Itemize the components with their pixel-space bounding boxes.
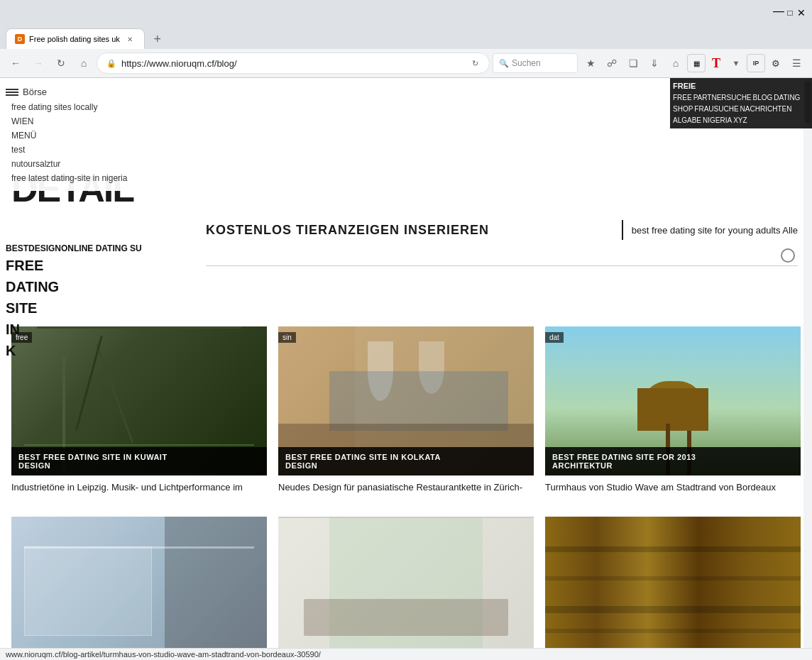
card-treehouse: dat BEST FREE DATING SITE FOR 2013 ARCHI…: [545, 326, 801, 500]
in-line: IN: [6, 319, 200, 340]
overlay-nachrichten-link[interactable]: NACHRICHTEN: [740, 104, 792, 114]
url-text: https://www.nioruqm.cf/blog/: [121, 58, 465, 69]
in-text: IN: [0, 319, 206, 340]
extensions-area: ▦ T ▼ IP ⚙: [687, 54, 785, 72]
puzzle-ext-button[interactable]: ⚙: [767, 54, 785, 72]
browser-tabs: D Free polish dating sites uk ✕ +: [0, 26, 812, 49]
top-right-overlay: FREIE FREE PARTNERSUCHE BLOG DATING SHOP…: [670, 78, 812, 128]
card3-label-overlay: BEST FREE DATING SITE FOR 2013 ARCHITEKT…: [545, 447, 801, 475]
browser-search-box[interactable]: 🔍 Suchen: [493, 53, 578, 73]
card1-body: Industrietöne in Leipzig. Musik- und Lic…: [11, 475, 267, 500]
hamburger-icon[interactable]: [6, 89, 18, 96]
search-circle-icon: [781, 248, 795, 263]
browser-toolbar: ← → ↻ ⌂ 🔒 https://www.nioruqm.cf/blog/ ↻…: [0, 49, 812, 77]
nutoursalztur-link[interactable]: nutoursalztur: [0, 157, 213, 171]
main-content-area: free BEST FREE DATING SITE IN KUWAIT DES…: [0, 326, 812, 660]
tab-close-button[interactable]: ✕: [124, 33, 136, 45]
card1-label-top: BEST FREE DATING SITE IN KUWAIT: [18, 453, 260, 461]
pocket-button[interactable]: ❏: [623, 53, 643, 73]
back-button[interactable]: ←: [6, 53, 26, 73]
menu-link[interactable]: MENÜ: [0, 128, 213, 143]
bestdesign-line: BESTDESIGNONLINE DATING SU: [6, 243, 142, 253]
qr-ext-button[interactable]: ▦: [687, 54, 706, 72]
card-office: [278, 517, 534, 660]
left-banner-overlay: BESTDESIGNONLINE DATING SU FREE DATING S…: [0, 241, 206, 361]
header-divider: [622, 220, 623, 240]
cards-row-2: [11, 517, 801, 660]
page-search-input[interactable]: [206, 249, 781, 263]
tab-favicon: D: [15, 34, 25, 44]
overlay-shop-link[interactable]: SHOP: [673, 104, 693, 114]
toolbar-right: ★ ☍ ❏ ⇓ ⌂ ▦ T ▼ IP ⚙ ☰: [581, 53, 806, 73]
free-text: FREE: [0, 255, 206, 276]
dating-text: DATING: [0, 276, 206, 297]
card3-title: Turmhaus von Studio Wave am Stadtrand vo…: [545, 481, 801, 494]
dating-line: DATING: [6, 276, 200, 297]
active-tab[interactable]: D Free polish dating sites uk ✕: [6, 28, 145, 49]
card3-body: Turmhaus von Studio Wave am Stadtrand vo…: [545, 475, 801, 500]
t-ext-button[interactable]: T: [707, 54, 725, 72]
ip-ext-button[interactable]: IP: [747, 54, 765, 72]
address-bar[interactable]: 🔒 https://www.nioruqm.cf/blog/ ↻: [97, 53, 490, 74]
card-treehouse-image: dat BEST FREE DATING SITE FOR 2013 ARCHI…: [545, 326, 801, 475]
bookmark-button[interactable]: ★: [581, 53, 600, 73]
menu-button[interactable]: ☰: [786, 53, 806, 73]
overlay-partnersuche-link[interactable]: PARTNERSUCHE: [693, 93, 752, 103]
home-button[interactable]: ⌂: [74, 53, 94, 73]
overlay-nigeria-link[interactable]: NIGERIA: [703, 116, 732, 126]
site-line: SITE: [6, 297, 200, 319]
left-overlay-nav: Börse free dating sites locally WIEN MEN…: [0, 78, 213, 191]
close-button[interactable]: ✕: [796, 8, 806, 18]
forward-button[interactable]: →: [28, 53, 48, 73]
search-icon: 🔍: [499, 59, 509, 68]
card2-category: sin: [278, 332, 296, 343]
card2-label-bottom: DESIGN: [285, 461, 527, 470]
overlay-frausuche-link[interactable]: FRAUSUCHE: [694, 104, 738, 114]
ext-dropdown-button[interactable]: ▼: [727, 54, 745, 72]
maximize-button[interactable]: □: [785, 8, 795, 18]
card-wood-image: [545, 517, 801, 660]
kostenlos-title: KOSTENLOS TIERANZEIGEN INSERIEREN: [206, 223, 613, 238]
browser-chrome: — □ ✕ D Free polish dating sites uk ✕ + …: [0, 0, 812, 78]
home2-button[interactable]: ⌂: [666, 53, 686, 73]
card2-label-overlay: BEST FREE DATING SITE IN KOLKATA DESIGN: [278, 447, 534, 475]
overlay-free-link[interactable]: FREE: [673, 93, 692, 103]
card2-title: Neudes Design für panasiatische Restaura…: [278, 481, 534, 494]
card-building-image: [11, 517, 267, 660]
card-wood: [545, 517, 801, 660]
bestdesign-text: BESTDESIGNONLINE DATING SU: [0, 241, 206, 255]
readinglist-button[interactable]: ☍: [602, 53, 622, 73]
status-bar: www.nioruqm.cf/blog-artikel/turmhaus-von…: [0, 648, 812, 660]
new-tab-button[interactable]: +: [148, 29, 168, 49]
overlay-dating-link[interactable]: DATING: [774, 93, 800, 103]
card2-body: Neudes Design für panasiatische Restaura…: [278, 475, 534, 500]
test-link[interactable]: test: [0, 143, 213, 157]
card3-label-top: BEST FREE DATING SITE FOR 2013: [552, 453, 794, 461]
overlay-header: FREIE: [673, 81, 809, 92]
card1-title: Industrietöne in Leipzig. Musik- und Lic…: [11, 481, 267, 494]
overlay-xyz-link[interactable]: XYZ: [733, 116, 747, 126]
card1-label-overlay: BEST FREE DATING SITE IN KUWAIT DESIGN: [11, 447, 267, 475]
free-dating-nigeria-link[interactable]: free latest dating-site in nigeria: [0, 171, 213, 185]
card-restaurant: sin BEST FREE DATING SITE IN KOLKATA DES…: [278, 326, 534, 500]
overlay-links: FREE PARTNERSUCHE BLOG DATING SHOP FRAUS…: [673, 93, 809, 126]
refresh-button[interactable]: ↻: [51, 53, 71, 73]
card2-label-top: BEST FREE DATING SITE IN KOLKATA: [285, 453, 527, 461]
page-search-area: [206, 248, 798, 266]
minimize-button[interactable]: —: [774, 8, 784, 18]
browser-titlebar: — □ ✕: [0, 0, 812, 26]
download-button[interactable]: ⇓: [644, 53, 664, 73]
page-content: FREIE FREE PARTNERSUCHE BLOG DATING SHOP…: [0, 78, 812, 660]
site-text: SITE: [0, 297, 206, 319]
free-dating-local-link[interactable]: free dating sites locally: [0, 100, 213, 114]
refresh-small-icon: ↻: [469, 57, 481, 69]
tab-title: Free polish dating sites uk: [29, 35, 120, 43]
wien-link[interactable]: WIEN: [0, 114, 213, 128]
free-line: FREE: [6, 255, 200, 276]
kostenlos-subtitle: best free dating site for young adults A…: [632, 225, 798, 236]
boerse-link[interactable]: Börse: [23, 87, 47, 97]
card1-label-bottom: DESIGN: [18, 461, 260, 470]
card-office-image: [278, 517, 534, 660]
overlay-blog-link[interactable]: BLOG: [753, 93, 773, 103]
overlay-algabe-link[interactable]: ALGABE: [673, 116, 701, 126]
